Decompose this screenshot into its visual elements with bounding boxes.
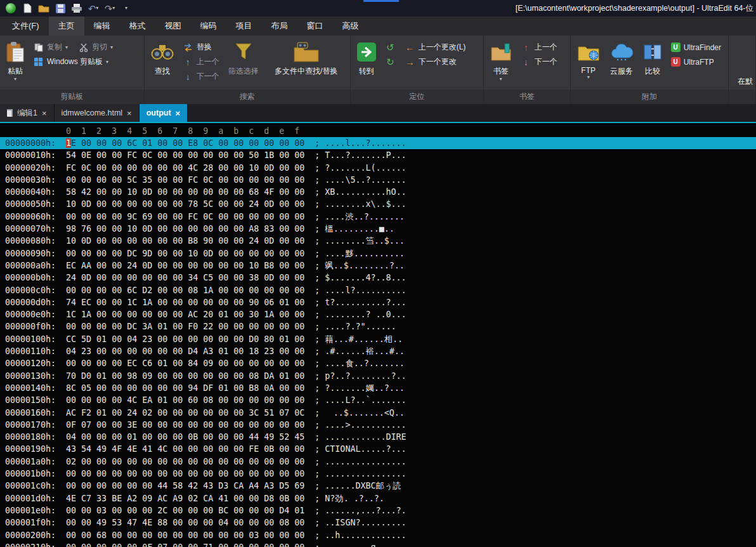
menu-tab-窗口[interactable]: 窗口 [297, 16, 333, 36]
find-prev-button[interactable]: ↑ 上一个 [180, 55, 222, 69]
hex-row-33[interactable]: 00000210h: 00 00 00 00 00 0F 07 00 00 71… [0, 541, 756, 547]
new-file-button[interactable] [20, 1, 34, 15]
hex-bytes-and-ascii: 00 00 00 00 6C D2 00 00 08 1A 00 00 00 0… [66, 286, 406, 295]
print-button[interactable] [70, 1, 84, 15]
hex-row-16[interactable]: 00000100h: CC 5D 01 00 04 23 00 00 00 00… [0, 333, 756, 345]
filter-select-button[interactable]: 筛选选择 [226, 38, 261, 77]
copy-button[interactable]: 复制 ▾ [30, 40, 70, 55]
open-file-button[interactable] [37, 1, 51, 15]
compare-button[interactable]: 比较 [641, 38, 665, 77]
bookmark-prev-button[interactable]: ↑ 上一个 [518, 40, 560, 55]
hex-bytes-and-ascii: 00 00 00 00 00 00 44 58 42 43 D3 CA A4 A… [66, 481, 401, 491]
hex-row-7[interactable]: 00000070h: 98 76 00 00 10 0D 00 00 00 00… [0, 223, 756, 235]
arrow-up-icon: ↑ [183, 56, 193, 67]
hex-editor[interactable]: 0 1 2 3 4 5 6 7 8 9 a b c d e f00000000h… [0, 122, 756, 547]
hex-row-24[interactable]: 00000180h: 04 00 00 00 01 00 00 00 0B 00… [0, 431, 756, 443]
menu-tab-编码[interactable]: 编码 [191, 16, 226, 36]
copy-icon [33, 42, 44, 53]
redo-button[interactable]: ↷▾ [103, 1, 117, 15]
hex-row-23[interactable]: 00000170h: 0F 07 00 00 3E 00 00 00 00 00… [0, 419, 756, 431]
hex-row-20[interactable]: 00000140h: 8C 05 00 00 00 00 00 00 94 DF… [0, 382, 756, 394]
paste-button[interactable]: 粘贴 ▾ [4, 38, 27, 82]
windows-clipboard-button[interactable]: Windows 剪贴板 ▾ [30, 55, 141, 69]
document-tab-idmwelcome.html[interactable]: idmwelcome.html× [55, 104, 140, 122]
group-label-search: 搜索 [145, 89, 350, 104]
hex-row-9[interactable]: 00000090h: 00 00 00 00 DC 9D 00 00 10 0D… [0, 247, 756, 260]
close-icon[interactable]: × [42, 109, 47, 118]
next-change-button[interactable]: → 下一个更改 [402, 55, 469, 69]
hex-row-18[interactable]: 00000120h: 00 00 00 00 EC C6 01 00 84 09… [0, 357, 756, 369]
menu-tab-编辑[interactable]: 编辑 [84, 16, 120, 36]
goto-button[interactable]: 转到 [355, 38, 379, 77]
hex-row-30[interactable]: 000001e0h: 00 00 03 00 00 00 2C 00 00 00… [0, 504, 756, 517]
cloud-services-button[interactable]: 云服务 [606, 38, 637, 77]
ultrafinder-button[interactable]: U UltraFinder [668, 40, 724, 55]
hex-row-29[interactable]: 000001d0h: 4E C7 33 BE A2 09 AC A9 02 CA… [0, 492, 756, 504]
menu-tab-文件(F)[interactable]: 文件(F) [3, 16, 49, 36]
hex-row-5[interactable]: 00000050h: 10 0D 00 00 00 00 00 00 78 5C… [0, 198, 756, 210]
qat-customize-dropdown[interactable]: ▾ [119, 1, 133, 15]
undo-button[interactable]: ↶▾ [86, 1, 100, 15]
hex-row-2[interactable]: 00000020h: FC 0C 00 00 00 00 00 00 4C 28… [0, 162, 756, 174]
replace-label: 替换 [197, 42, 212, 53]
hex-row-13[interactable]: 000000d0h: 74 EC 00 00 1C 1A 00 00 00 00… [0, 296, 756, 308]
hex-address: 00000050h: [5, 199, 66, 209]
folder-search-icon [293, 39, 320, 65]
document-tab-output[interactable]: output× [140, 104, 188, 122]
hex-row-22[interactable]: 00000160h: AC F2 01 00 24 02 00 00 00 00… [0, 407, 756, 419]
bookmark-next-button[interactable]: ↓ 下一个 [518, 55, 560, 69]
menu-tab-布局[interactable]: 布局 [262, 16, 297, 36]
hex-row-19[interactable]: 00000130h: 70 D0 01 00 98 09 00 00 00 00… [0, 370, 756, 382]
close-icon[interactable]: × [176, 109, 181, 118]
find-next-button[interactable]: ↓ 下一个 [180, 69, 222, 84]
hex-row-6[interactable]: 00000060h: 00 00 00 00 9C 69 00 00 FC 0C… [0, 211, 756, 223]
hex-row-15[interactable]: 000000f0h: 00 00 00 00 DC 3A 01 00 F0 22… [0, 320, 756, 333]
rotate-forward-button[interactable]: ↻ [382, 55, 398, 69]
menu-tab-高级[interactable]: 高级 [333, 16, 368, 36]
hex-row-10[interactable]: 000000a0h: EC AA 00 00 24 0D 00 00 00 00… [0, 260, 756, 272]
hex-row-28[interactable]: 000001c0h: 00 00 00 00 00 00 44 58 42 43… [0, 480, 756, 492]
hex-row-12[interactable]: 000000c0h: 00 00 00 00 6C D2 00 00 08 1A… [0, 284, 756, 296]
bookmark-button[interactable]: 书签 ▾ [488, 38, 514, 82]
hex-address: 000000b0h: [5, 273, 66, 282]
menu-tab-主页[interactable]: 主页 [49, 16, 84, 36]
menu-tab-视图[interactable]: 视图 [155, 16, 191, 36]
hex-row-31[interactable]: 000001f0h: 00 00 49 53 47 4E 88 00 00 00… [0, 517, 756, 529]
ultraftp-icon: U [671, 57, 681, 67]
hex-row-26[interactable]: 000001a0h: 02 00 00 00 00 00 00 00 00 00… [0, 456, 756, 468]
hex-row-4[interactable]: 00000040h: 58 42 00 00 10 0D 00 00 00 00… [0, 186, 756, 198]
hex-bytes-and-ascii: 1C 1A 00 00 00 00 00 00 AC 20 01 00 30 1… [66, 310, 406, 319]
hex-row-25[interactable]: 00000190h: 43 54 49 4F 4E 41 4C 00 00 00… [0, 443, 756, 455]
hex-bytes-and-ascii: 58 42 00 00 10 0D 00 00 00 00 00 00 68 4… [66, 187, 406, 197]
hex-row-8[interactable]: 00000080h: 10 0D 00 00 00 00 00 00 B8 90… [0, 235, 756, 247]
partial-group-label[interactable]: 在默 [733, 76, 753, 87]
hex-bytes-and-ascii: 0F 07 00 00 3E 00 00 00 00 00 00 00 00 0… [66, 420, 406, 430]
ftp-button[interactable]: FTP ▾ [575, 38, 603, 81]
hex-address: 00000020h: [5, 163, 66, 173]
rotate-back-button[interactable]: ↺ [382, 40, 398, 55]
hex-row-32[interactable]: 00000200h: 00 00 68 00 00 00 00 00 00 00… [0, 529, 756, 541]
document-tab-编辑1[interactable]: 编辑1× [0, 104, 55, 122]
hex-row-3[interactable]: 00000030h: 00 00 00 00 5C 35 00 00 FC 0C… [0, 174, 756, 186]
multi-file-find-button[interactable]: 多文件中查找/替换 [265, 38, 348, 77]
menu-tab-格式[interactable]: 格式 [120, 16, 155, 36]
hex-row-14[interactable]: 000000e0h: 1C 1A 00 00 00 00 00 00 AC 20… [0, 308, 756, 320]
close-icon[interactable]: × [127, 109, 132, 118]
ribbon-group-search: 查找 替换 ↑ 上一个 ↓ 下一个 筛选 [145, 36, 351, 104]
hex-row-11[interactable]: 000000b0h: 24 0D 00 00 00 00 00 00 34 C5… [0, 272, 756, 284]
save-button[interactable] [53, 1, 67, 15]
hex-row-0[interactable]: 00000000h: 1E 00 00 00 6C 01 00 00 E8 0C… [0, 137, 756, 149]
hex-row-21[interactable]: 00000150h: 00 00 00 00 4C EA 01 00 60 08… [0, 394, 756, 406]
hex-row-1[interactable]: 00000010h: 54 0E 00 00 FC 0C 00 00 00 00… [0, 149, 756, 161]
hex-bytes-and-ascii: E 00 00 00 6C 01 00 00 E8 0C 00 00 00 00… [71, 138, 406, 148]
prev-change-button[interactable]: ← 上一个更改(L) [402, 40, 469, 55]
cut-button[interactable]: 剪切 ▾ [75, 40, 115, 55]
document-tabs: 编辑1×idmwelcome.html×output× [0, 104, 756, 122]
find-button[interactable]: 查找 [148, 38, 176, 77]
hex-row-17[interactable]: 00000110h: 04 23 00 00 00 00 00 00 D4 A3… [0, 345, 756, 357]
hex-row-27[interactable]: 000001b0h: 00 00 00 00 00 00 00 00 00 00… [0, 468, 756, 480]
ultraftp-button[interactable]: U UltraFTP [668, 55, 724, 69]
hex-address: 000001a0h: [5, 457, 66, 466]
menu-tab-项目[interactable]: 项目 [226, 16, 262, 36]
replace-button[interactable]: 替换 [180, 40, 222, 55]
